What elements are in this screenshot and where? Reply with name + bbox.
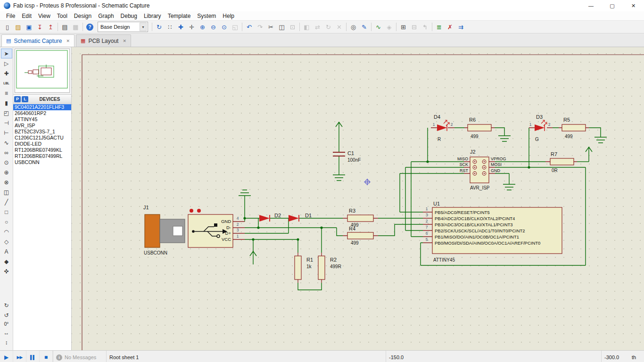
ground-symbol[interactable] (333, 175, 345, 181)
search-tag-button[interactable]: ◈ (384, 22, 395, 32)
close-icon[interactable]: ✕ (123, 39, 126, 43)
list-item[interactable]: AVR_ISP (13, 123, 71, 129)
component-d4-led[interactable] (437, 120, 449, 131)
print-button[interactable]: ▤ (59, 22, 70, 32)
origin-button[interactable]: ✚ (175, 22, 186, 32)
new-sheet-button[interactable]: ⊞ (398, 22, 409, 32)
component-c1[interactable] (333, 152, 345, 156)
rotate-anticlockwise-button[interactable]: ↺ (1, 310, 12, 320)
list-item[interactable]: BZT52C3V3S-7_1 (13, 129, 71, 135)
power-arrow-symbol[interactable] (586, 147, 592, 162)
export-button[interactable]: ↥ (45, 22, 56, 32)
component-r1[interactable] (295, 256, 301, 280)
current-probe-mode-button[interactable]: ⊗ (1, 177, 12, 187)
find-component-button[interactable]: ◎ (348, 22, 359, 32)
2d-box-button[interactable]: □ (1, 207, 12, 217)
menu-system[interactable]: System (194, 13, 219, 19)
zoom-in-button[interactable]: ⊕ (197, 22, 208, 32)
undo-button[interactable]: ↶ (244, 22, 255, 32)
new-project-button[interactable]: ▯ (2, 22, 13, 32)
tab-pcb-layout[interactable]: ▦ PCB Layout ✕ (76, 34, 131, 47)
ground-symbol[interactable] (503, 184, 515, 190)
list-item[interactable]: C1206C121J5GACTU (13, 135, 71, 141)
component-r6[interactable] (468, 124, 491, 131)
simulation-pause-button[interactable]: ▌▌ (26, 351, 40, 362)
virtual-instruments-mode-button[interactable]: ◫ (1, 187, 12, 197)
netlist-to-pcb-button[interactable]: ⇉ (455, 22, 466, 32)
goto-parent-sheet-button[interactable]: ↰ (420, 22, 430, 32)
component-r5[interactable] (562, 124, 586, 131)
zoom-area-button[interactable]: ◱ (230, 22, 240, 32)
menu-library[interactable]: Library (140, 13, 165, 19)
message-status-cell[interactable]: i No Messages (53, 351, 106, 362)
menu-template[interactable]: Template (165, 13, 194, 19)
2d-text-button[interactable]: A (1, 247, 12, 256)
close-icon[interactable]: ✕ (66, 39, 70, 43)
rotate-clockwise-button[interactable]: ↻ (1, 300, 12, 310)
2d-symbol-button[interactable]: ◆ (1, 256, 12, 266)
help-button[interactable]: ? (84, 22, 95, 32)
list-item[interactable]: DIODE-LED (13, 141, 71, 147)
list-item[interactable]: USBCONN (13, 159, 71, 165)
component-r4[interactable] (347, 232, 373, 239)
component-mode-button[interactable]: ▷ (1, 58, 12, 68)
graph-mode-button[interactable]: ∿ (1, 138, 12, 148)
property-assignment-button[interactable]: ✎ (359, 22, 370, 32)
list-item[interactable]: RT1206BRE07499RL (13, 153, 71, 159)
wire-j2-gnd[interactable] (495, 173, 509, 184)
text-script-mode-button[interactable]: ≡ (1, 88, 12, 98)
component-r2[interactable] (318, 256, 325, 280)
bus-mode-button[interactable]: ▮ (1, 98, 12, 108)
wire-dplus[interactable] (245, 218, 289, 233)
redo-button[interactable]: ↷ (255, 22, 265, 32)
wire-r4-out[interactable] (378, 224, 423, 236)
pan-button[interactable]: ✛ (186, 22, 197, 32)
ground-symbol[interactable] (239, 190, 251, 196)
menu-tool[interactable]: Tool (54, 13, 71, 19)
grid-toggle-button[interactable]: ∷ (165, 22, 175, 32)
maximize-button[interactable]: ▢ (602, 0, 623, 11)
minimize-button[interactable]: — (580, 0, 602, 11)
selection-mode-button[interactable]: ➤ (1, 49, 12, 58)
mirror-horizontal-button[interactable]: ↔ (1, 328, 12, 337)
generator-mode-button[interactable]: ⊙ (1, 157, 12, 167)
2d-marker-button[interactable]: ✜ (1, 266, 12, 276)
design-combo[interactable]: Base Design ▾ (98, 22, 148, 32)
junction-dot-mode-button[interactable]: ✚ (1, 68, 12, 78)
simulation-stop-button[interactable]: ■ (40, 351, 53, 362)
subcircuit-mode-button[interactable]: ◰ (1, 108, 12, 118)
wire-label-mode-button[interactable]: LBL (1, 78, 12, 88)
wire-rst[interactable] (400, 173, 464, 212)
tape-recorder-mode-button[interactable]: ∞ (1, 148, 12, 157)
print-area-button[interactable]: ▦ (70, 22, 81, 32)
close-button[interactable]: ✕ (623, 0, 644, 11)
component-r7[interactable] (550, 158, 574, 165)
remove-sheet-button[interactable]: ⊟ (409, 22, 420, 32)
save-project-button[interactable]: ▣ (24, 22, 34, 32)
component-j2-avrisp[interactable] (470, 157, 489, 183)
power-arrow-symbol[interactable] (336, 122, 342, 152)
menu-design[interactable]: Design (71, 13, 95, 19)
menu-help[interactable]: Help (219, 13, 238, 19)
list-item[interactable]: 9C04021A2201FLHF3 (13, 104, 71, 110)
cut-button[interactable]: ✂ (265, 22, 276, 32)
voltage-probe-mode-button[interactable]: ⊕ (1, 167, 12, 177)
2d-line-button[interactable]: ╱ (1, 197, 12, 207)
menu-graph[interactable]: Graph (95, 13, 117, 19)
menu-file[interactable]: File (3, 13, 18, 19)
schematic-editing-canvas[interactable]: J1 USBCONN GND D- D+ VCC 4 2 3 1 D2 D1 R… (72, 47, 644, 350)
device-pin-mode-button[interactable]: ⊢ (1, 128, 12, 138)
list-item[interactable]: 26640601RP2 (13, 110, 71, 116)
electrical-rule-check-button[interactable]: ✗ (445, 22, 455, 32)
import-button[interactable]: ↧ (34, 22, 45, 32)
2d-circle-button[interactable]: ○ (1, 217, 12, 227)
2d-path-button[interactable]: ◇ (1, 237, 12, 247)
menu-view[interactable]: View (35, 13, 54, 19)
simulation-play-button[interactable]: ▶ (0, 351, 13, 362)
component-r3[interactable] (347, 215, 373, 222)
component-d3-led[interactable] (535, 120, 547, 131)
block-delete-button[interactable]: ✕ (334, 22, 345, 32)
simulation-step-button[interactable]: ▶▶ (13, 351, 26, 362)
ground-symbol[interactable] (594, 137, 607, 143)
list-item[interactable]: ATTINY45 (13, 116, 71, 123)
